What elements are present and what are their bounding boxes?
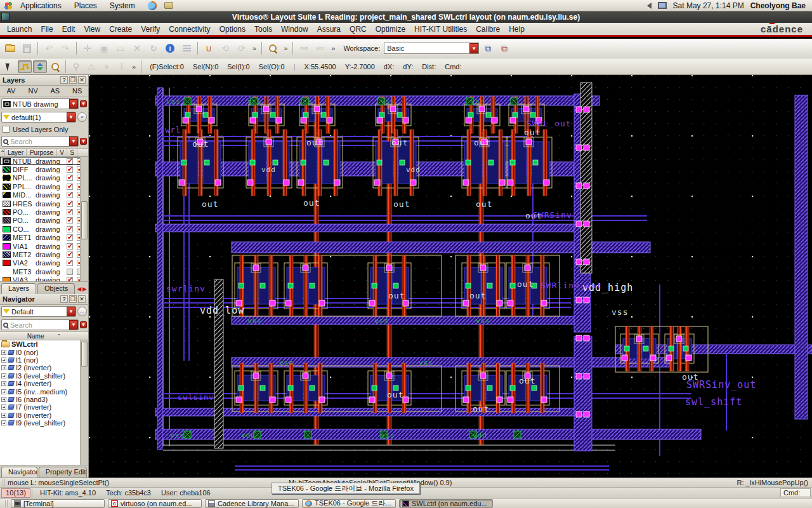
navigator-search-field[interactable]: ▼: [1, 319, 79, 330]
menu-calibre[interactable]: Calibre: [471, 25, 504, 34]
tree-expander-icon[interactable]: [1, 373, 6, 378]
menu-optimize[interactable]: Optimize: [371, 25, 410, 34]
layer-visible-checkbox[interactable]: [67, 175, 73, 181]
tree-item-i9[interactable]: I9 (level_shifter): [0, 419, 88, 427]
clock[interactable]: Sat May 27, 1:14 PM: [673, 1, 744, 10]
layer-row-met2[interactable]: MET2drawing: [0, 250, 88, 258]
pin-tool-button[interactable]: ⚯: [296, 41, 311, 56]
tree-expander-icon[interactable]: [1, 420, 6, 425]
active-layer-dropdown-arrow[interactable]: ▼: [69, 99, 78, 109]
layer-row-via1[interactable]: VIA1drawing: [0, 242, 88, 250]
menu-verify[interactable]: Verify: [136, 25, 164, 34]
layer-row-met3[interactable]: MET3drawing: [0, 267, 88, 276]
label-tool-button[interactable]: abc: [313, 41, 328, 56]
vis-button-ns[interactable]: NS: [66, 86, 88, 97]
layer-visible-checkbox[interactable]: [67, 234, 73, 241]
toolbar-overflow-4[interactable]: »: [130, 63, 138, 70]
navigator-help-button[interactable]: ?: [60, 295, 68, 303]
marker-button[interactable]: ⚠: [84, 60, 98, 73]
layer-row-co[interactable]: CO...drawing: [0, 225, 88, 233]
layer-row-via2[interactable]: VIA2drawing: [0, 259, 88, 267]
firefox-launcher-icon[interactable]: [148, 1, 157, 10]
used-layers-only-checkbox[interactable]: [3, 126, 10, 133]
layers-search-input[interactable]: [10, 138, 77, 145]
menu-options[interactable]: Options: [215, 25, 250, 34]
tree-item-i7[interactable]: I7 (inverter): [0, 403, 88, 411]
navigator-close-button[interactable]: ✕: [78, 295, 86, 303]
tab-navigator[interactable]: Navigator: [1, 467, 37, 478]
tree-item-i3[interactable]: I3 (level_shifter): [0, 372, 88, 380]
tree-expander-icon[interactable]: [1, 413, 6, 418]
tree-expander-icon[interactable]: [1, 397, 6, 402]
toolbar-overflow-2[interactable]: »: [282, 44, 289, 52]
layers-search-extra-dropdown[interactable]: ▼: [80, 138, 87, 145]
applications-menu[interactable]: Applications: [15, 1, 67, 10]
used-layers-only-row[interactable]: Used Layers Only: [0, 124, 88, 135]
layer-visible-checkbox[interactable]: [67, 158, 73, 164]
menu-window[interactable]: Window: [277, 25, 313, 34]
tree-expander-icon[interactable]: [1, 350, 6, 355]
tree-expander-icon[interactable]: [1, 404, 6, 410]
rotate-ccw-button[interactable]: ⟲: [218, 41, 233, 56]
vis-button-av[interactable]: AV: [0, 86, 22, 97]
menu-file[interactable]: File: [36, 25, 57, 34]
tree-item-i0[interactable]: I0 (nor): [0, 348, 88, 356]
redo-button[interactable]: ↷: [58, 41, 73, 56]
package-launcher-icon[interactable]: [164, 2, 173, 9]
tree-item-i2[interactable]: I2 (inverter): [0, 364, 88, 371]
taskbar-layout[interactable]: SWLctrl (on naum.edu...: [399, 499, 493, 508]
layer-visible-checkbox[interactable]: [67, 260, 73, 266]
align-button[interactable]: [179, 41, 194, 56]
menu-tools[interactable]: Tools: [250, 25, 277, 34]
save-button[interactable]: [19, 41, 34, 56]
layer-filter-dropdown-arrow[interactable]: ▼: [67, 112, 75, 122]
navigator-more-button[interactable]: …: [77, 307, 87, 316]
menu-launch[interactable]: Launch: [3, 25, 36, 34]
tabs-scroll-left-icon[interactable]: ◀: [77, 286, 81, 292]
tab-property-editor[interactable]: Property Editor: [39, 467, 87, 478]
layers-table-header[interactable]: ⌃ Layer Purpose V S: [0, 148, 88, 157]
layer-row-diff[interactable]: DIFFdrawing: [0, 165, 88, 173]
layer-visible-checkbox[interactable]: [67, 277, 73, 281]
cmd-field[interactable]: Cmd:: [780, 488, 811, 497]
layer-visible-checkbox[interactable]: [67, 201, 73, 207]
tree-expander-icon[interactable]: [1, 365, 6, 370]
open-button[interactable]: [3, 41, 18, 56]
network-monitor-icon[interactable]: [658, 2, 667, 9]
navigator-search-extra-dropdown[interactable]: ▼: [80, 321, 87, 328]
toolbar-overflow-3[interactable]: »: [329, 44, 337, 52]
tree-expander-icon[interactable]: [1, 389, 6, 394]
navigator-filter-dropdown-arrow[interactable]: ▼: [67, 307, 75, 316]
layer-row-ntub[interactable]: NTUBdrawing: [0, 157, 88, 165]
tree-item-i1[interactable]: I1 (nor): [0, 356, 88, 364]
gnome-menu-icon[interactable]: [4, 1, 13, 10]
navigator-panel-header[interactable]: Navigator ? ❐ ✕: [0, 294, 88, 305]
tab-layers[interactable]: Layers: [1, 283, 36, 294]
layer-extra-dropdown[interactable]: ▼: [80, 100, 87, 107]
layers-close-button[interactable]: ✕: [78, 76, 86, 84]
taskbar-firefox[interactable]: TSEK06 - Google 드라...: [302, 499, 396, 508]
taskbar-terminal[interactable]: [Terminal]: [11, 499, 105, 508]
layers-float-button[interactable]: ❐: [69, 76, 77, 84]
tree-item-i4[interactable]: I4 (inverter): [0, 380, 88, 387]
active-layer-selector[interactable]: NTUB drawing ▼: [1, 98, 79, 109]
tree-item-i8[interactable]: I8 (inverter): [0, 411, 88, 419]
taskbar-cadence[interactable]: c̄virtuoso (on naum.ed...: [108, 499, 202, 508]
navigator-name-header[interactable]: Name⌃: [0, 331, 88, 340]
layers-scrollbar[interactable]: [80, 157, 88, 281]
tree-item-i6[interactable]: I6 (nand3): [0, 396, 88, 403]
menu-edit[interactable]: Edit: [58, 25, 80, 34]
menu-hit-kit-utilities[interactable]: HIT-KIT Utilities: [410, 25, 471, 34]
layer-row-ppl[interactable]: PPL...drawing: [0, 182, 88, 190]
copy-button[interactable]: ▣: [96, 41, 112, 56]
layer-row-mid[interactable]: MID...drawing: [0, 191, 88, 199]
menu-help[interactable]: Help: [504, 25, 529, 34]
layers-search-field[interactable]: ▼: [1, 136, 79, 147]
undo-button[interactable]: ↶: [41, 41, 56, 56]
navigator-float-button[interactable]: ❐: [69, 295, 77, 303]
layer-row-po[interactable]: PO...drawing: [0, 217, 88, 225]
layer-visible-checkbox[interactable]: [67, 184, 73, 190]
stretch-button[interactable]: ▭: [113, 41, 128, 56]
delete-workspace-button[interactable]: ⧉: [497, 41, 512, 56]
probe-button[interactable]: ⚲: [69, 60, 83, 73]
